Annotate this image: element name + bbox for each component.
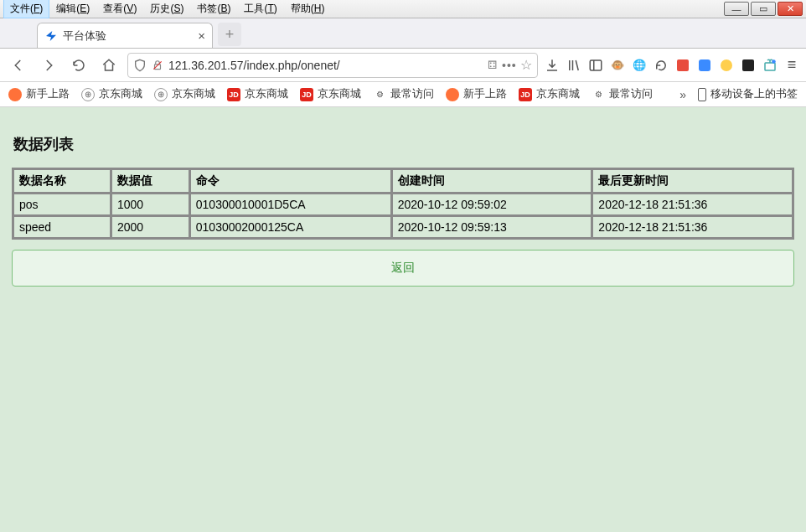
cell-value: 1000: [111, 194, 189, 215]
close-button[interactable]: ✕: [778, 2, 803, 16]
firefox-icon: [8, 88, 22, 101]
bookmark-item[interactable]: ⚙最常访问: [373, 87, 434, 101]
cell-created: 2020-10-12 09:59:02: [392, 194, 592, 215]
maximize-button[interactable]: ▭: [751, 2, 776, 16]
extension-6-icon[interactable]: [719, 58, 734, 73]
extension-7-icon[interactable]: [741, 58, 756, 73]
svg-rect-2: [590, 60, 602, 70]
bookmark-item[interactable]: JD京东商城: [519, 87, 580, 101]
table-row: speed 2000 01030002000125CA 2020-10-12 0…: [13, 216, 793, 238]
back-link-button[interactable]: 返回: [12, 250, 794, 287]
back-link-label: 返回: [391, 261, 415, 276]
jd-icon: JD: [519, 88, 532, 101]
col-value: 数据值: [111, 169, 189, 193]
menu-file[interactable]: 文件(F): [3, 0, 49, 18]
tab-favicon: [44, 29, 58, 43]
menu-help[interactable]: 帮助(H): [284, 0, 332, 18]
bookmark-label: 新手上路: [26, 87, 70, 101]
data-table: 数据名称 数据值 命令 创建时间 最后更新时间 pos 1000 0103000…: [12, 168, 794, 240]
url-input[interactable]: [168, 59, 483, 72]
gear-icon: ⚙: [373, 88, 386, 101]
svg-rect-4: [765, 63, 775, 70]
tab-strip: 平台体验 × +: [0, 18, 806, 49]
col-updated: 最后更新时间: [592, 169, 793, 193]
phone-icon: [698, 88, 706, 101]
home-button[interactable]: [97, 54, 121, 77]
bookmark-label: 最常访问: [609, 87, 653, 101]
firefox-icon: [446, 88, 459, 101]
bookmark-item[interactable]: JD京东商城: [227, 87, 288, 101]
toolbar-right: 🐵 🌐 ≡: [545, 58, 799, 73]
tab-title: 平台体验: [63, 28, 106, 44]
col-cmd: 命令: [190, 169, 391, 193]
reload-button[interactable]: [67, 54, 90, 77]
menu-history[interactable]: 历史(S): [143, 0, 190, 18]
menubar: 文件(F) 编辑(E) 查看(V) 历史(S) 书签(B) 工具(T) 帮助(H…: [0, 0, 806, 18]
cell-value: 2000: [111, 216, 189, 238]
bookmarks-bar: 新手上路 ⊕京东商城 ⊕京东商城 JD京东商城 JD京东商城 ⚙最常访问 新手上…: [0, 82, 806, 107]
gear-icon: ⚙: [592, 88, 605, 101]
table-header-row: 数据名称 数据值 命令 创建时间 最后更新时间: [13, 169, 793, 193]
jd-icon: JD: [227, 88, 240, 101]
url-box[interactable]: ⚃ ••• ☆: [127, 53, 538, 78]
minimize-button[interactable]: —: [724, 2, 749, 16]
page-heading: 数据列表: [13, 134, 794, 154]
window-buttons: — ▭ ✕: [724, 2, 803, 16]
tab-close-icon[interactable]: ×: [198, 28, 205, 43]
cell-created: 2020-10-12 09:59:13: [392, 216, 592, 238]
cell-updated: 2020-12-18 21:51:36: [592, 216, 793, 238]
svg-point-5: [772, 59, 776, 64]
bookmark-label: 最常访问: [390, 87, 434, 101]
forward-button[interactable]: [37, 54, 60, 77]
menu-bookmarks[interactable]: 书签(B): [190, 0, 237, 18]
bookmark-label: 京东商城: [172, 87, 215, 101]
bookmark-item[interactable]: JD京东商城: [300, 87, 361, 101]
bookmark-item[interactable]: 新手上路: [8, 87, 70, 101]
bookmark-item[interactable]: ⊕京东商城: [81, 87, 142, 101]
browser-tab[interactable]: 平台体验 ×: [37, 23, 213, 48]
cell-name: pos: [13, 194, 111, 215]
bookmark-item[interactable]: 新手上路: [446, 87, 507, 101]
new-tab-button[interactable]: +: [218, 23, 241, 46]
jd-icon: JD: [300, 88, 313, 101]
bookmark-label: 京东商城: [536, 87, 580, 101]
cell-updated: 2020-12-18 21:51:36: [592, 194, 793, 215]
cell-cmd: 010300010001D5CA: [190, 194, 391, 215]
navbar: ⚃ ••• ☆ 🐵 🌐 ≡: [0, 49, 806, 82]
whats-new-icon[interactable]: [762, 58, 778, 73]
menu-tools[interactable]: 工具(T): [237, 0, 283, 18]
globe-icon: ⊕: [154, 88, 168, 101]
col-name: 数据名称: [13, 169, 111, 193]
mobile-bookmarks[interactable]: 移动设备上的书签: [698, 87, 798, 101]
globe-icon: ⊕: [81, 88, 95, 101]
menu-edit[interactable]: 编辑(E): [49, 0, 96, 18]
bookmarks-overflow-icon[interactable]: »: [679, 88, 686, 101]
extension-3-icon[interactable]: [654, 58, 669, 73]
menu-view[interactable]: 查看(V): [96, 0, 143, 18]
insecure-lock-icon[interactable]: [152, 59, 163, 71]
bookmark-item[interactable]: ⚙最常访问: [592, 87, 653, 101]
reader-icon[interactable]: •••: [502, 59, 515, 72]
bookmark-label: 京东商城: [245, 87, 288, 101]
back-button[interactable]: [7, 54, 30, 77]
bookmark-label: 京东商城: [318, 87, 361, 101]
extension-4-icon[interactable]: [675, 58, 690, 73]
cell-cmd: 01030002000125CA: [190, 216, 391, 238]
downloads-icon[interactable]: [545, 58, 560, 73]
bookmark-item[interactable]: ⊕京东商城: [154, 87, 215, 101]
hamburger-menu-icon[interactable]: ≡: [784, 58, 799, 73]
extension-5-icon[interactable]: [697, 58, 712, 73]
url-suffix-icon: ⚃: [488, 59, 497, 71]
bookmark-star-icon[interactable]: ☆: [520, 57, 532, 73]
bookmark-label: 京东商城: [99, 87, 142, 101]
extension-1-icon[interactable]: 🐵: [610, 58, 625, 73]
bookmark-label: 新手上路: [463, 87, 507, 101]
page-content: 数据列表 数据名称 数据值 命令 创建时间 最后更新时间 pos 1000 01…: [0, 107, 806, 532]
library-icon[interactable]: [566, 58, 581, 73]
col-created: 创建时间: [392, 169, 592, 193]
shield-icon[interactable]: [133, 59, 147, 72]
sidebars-icon[interactable]: [588, 58, 603, 73]
extension-2-icon[interactable]: 🌐: [632, 58, 647, 73]
table-row: pos 1000 010300010001D5CA 2020-10-12 09:…: [13, 194, 793, 215]
bookmark-label: 移动设备上的书签: [710, 87, 798, 101]
